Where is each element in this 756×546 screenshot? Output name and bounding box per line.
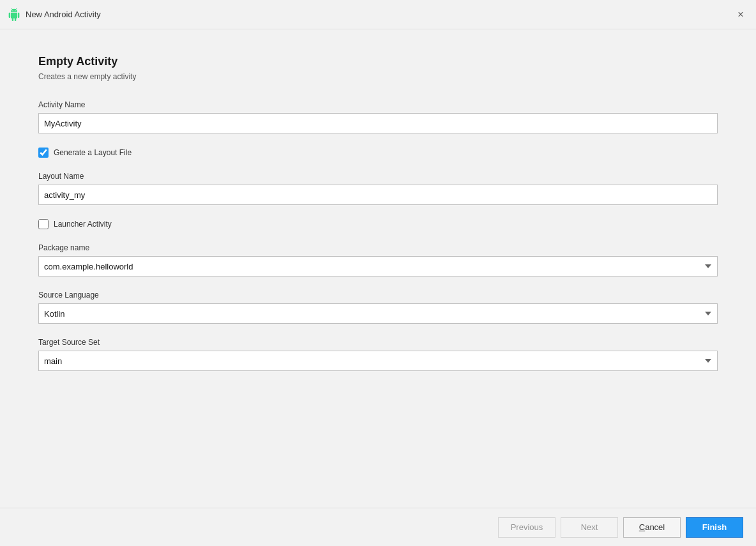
android-icon	[8, 8, 20, 21]
launcher-activity-label[interactable]: Launcher Activity	[54, 220, 112, 229]
source-language-select[interactable]: Kotlin	[38, 303, 718, 324]
layout-name-group: Layout Name	[38, 172, 718, 205]
window-title: New Android Activity	[26, 10, 733, 19]
source-language-group: Source Language Kotlin	[38, 291, 718, 324]
target-source-set-group: Target Source Set main	[38, 338, 718, 371]
package-name-label: Package name	[38, 243, 718, 252]
generate-layout-checkbox[interactable]	[38, 148, 49, 158]
content-area: Empty Activity Creates a new empty activ…	[0, 29, 756, 508]
launcher-activity-checkbox[interactable]	[38, 219, 49, 229]
next-button[interactable]: Next	[561, 517, 618, 538]
generate-layout-row: Generate a Layout File	[38, 148, 718, 158]
launcher-activity-row: Launcher Activity	[38, 219, 718, 229]
title-bar: New Android Activity ×	[0, 0, 756, 29]
previous-button[interactable]: Previous	[498, 517, 556, 538]
activity-name-input[interactable]	[38, 113, 718, 133]
package-name-select-wrapper: com.example.helloworld	[38, 256, 718, 277]
target-source-set-select[interactable]: main	[38, 351, 718, 371]
section-title: Empty Activity	[38, 55, 718, 68]
activity-name-label: Activity Name	[38, 100, 718, 109]
generate-layout-label[interactable]: Generate a Layout File	[54, 148, 132, 157]
finish-button[interactable]: Finish	[686, 517, 743, 538]
close-button[interactable]: ×	[733, 7, 748, 22]
footer-bar: Previous Next Cancel Finish	[0, 508, 756, 546]
target-source-set-select-wrapper: main	[38, 351, 718, 371]
source-language-label: Source Language	[38, 291, 718, 300]
layout-name-input[interactable]	[38, 185, 718, 205]
package-name-group: Package name com.example.helloworld	[38, 243, 718, 277]
section-subtitle: Creates a new empty activity	[38, 72, 718, 81]
activity-name-group: Activity Name	[38, 100, 718, 133]
target-source-set-label: Target Source Set	[38, 338, 718, 347]
source-language-select-wrapper: Kotlin	[38, 303, 718, 324]
cancel-button[interactable]: Cancel	[623, 517, 681, 538]
layout-name-label: Layout Name	[38, 172, 718, 181]
package-name-select[interactable]: com.example.helloworld	[38, 256, 718, 277]
